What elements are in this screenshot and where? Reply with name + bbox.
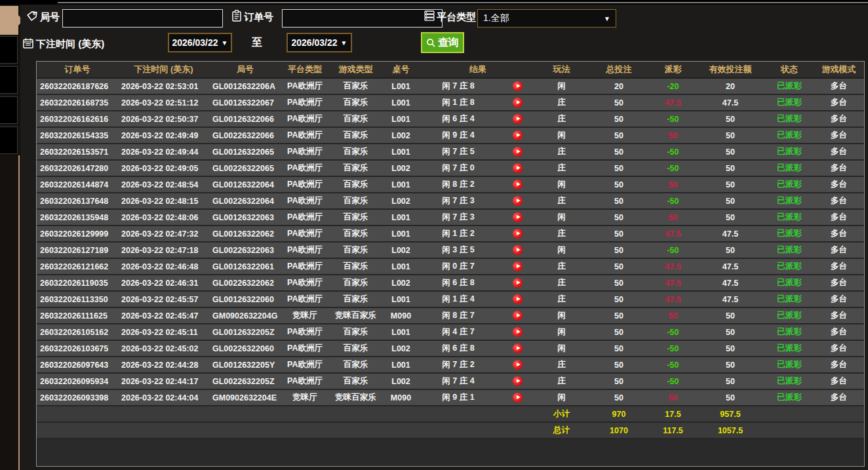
result-cell: 闲 7 庄 3 bbox=[419, 209, 498, 225]
order-cell: 260322026093398 bbox=[37, 389, 118, 406]
platform-cell: PA欧洲厅 bbox=[281, 340, 328, 357]
side-tab-active[interactable] bbox=[0, 6, 18, 35]
result-cell: 闲 0 庄 7 bbox=[419, 258, 498, 275]
replay-play-icon[interactable] bbox=[513, 327, 523, 337]
game-type-cell: 百家乐 bbox=[328, 111, 383, 127]
time-cell: 2026-03-22 02:44:04 bbox=[118, 389, 209, 406]
replay-play-icon[interactable] bbox=[513, 376, 523, 386]
play-type-cell: 庄 bbox=[537, 275, 586, 291]
replay-play-icon[interactable] bbox=[513, 294, 523, 304]
payout-cell: -20 bbox=[652, 78, 694, 94]
replay-play-icon[interactable] bbox=[513, 229, 523, 239]
status-cell: 已派彩 bbox=[766, 209, 812, 225]
payout-cell: 50 bbox=[652, 307, 694, 324]
replay-play-icon[interactable] bbox=[513, 393, 523, 402]
replay-play-icon[interactable] bbox=[513, 130, 523, 140]
query-button-label: 查询 bbox=[438, 36, 459, 50]
play-type-cell: 闲 bbox=[537, 242, 586, 258]
table-row: 2603220261448742026-03-22 02:48:54GL0012… bbox=[37, 176, 865, 193]
time-cell: 2026-03-22 02:44:28 bbox=[118, 357, 209, 373]
status-cell: 已派彩 bbox=[766, 324, 812, 340]
total-bet-cell: 50 bbox=[586, 242, 652, 258]
play-type-cell: 庄 bbox=[537, 94, 586, 111]
date-to-picker[interactable]: 2026/03/22 ▼ bbox=[286, 33, 352, 52]
query-button[interactable]: 查询 bbox=[421, 32, 464, 53]
replay-play-icon[interactable] bbox=[513, 196, 523, 206]
table-body: 2603220261876262026-03-22 02:53:01GL0012… bbox=[37, 78, 865, 406]
platform-cell: PA欧洲厅 bbox=[281, 94, 328, 111]
platform-cell: PA欧洲厅 bbox=[281, 127, 328, 144]
time-cell: 2026-03-22 02:44:17 bbox=[118, 373, 209, 389]
platform-cell: PA欧洲厅 bbox=[281, 209, 328, 225]
table-no-cell: L002 bbox=[383, 193, 419, 209]
replay-play-icon[interactable] bbox=[513, 262, 523, 271]
round-no-label: 局号 bbox=[40, 11, 60, 24]
round-cell: GM0902632204E bbox=[209, 389, 281, 406]
platform-cell: PA欧洲厅 bbox=[281, 78, 328, 94]
result-cell: 闲 7 庄 5 bbox=[419, 144, 498, 160]
col-platform: 平台类型 bbox=[281, 62, 328, 78]
result-cell: 闲 9 庄 1 bbox=[419, 389, 498, 406]
result-cell: 闲 6 庄 8 bbox=[419, 275, 498, 291]
tag-icon bbox=[26, 10, 38, 22]
replay-play-icon[interactable] bbox=[513, 163, 523, 173]
table-row: 2603220261133502026-03-22 02:45:57GL0012… bbox=[37, 291, 865, 307]
replay-play-icon[interactable] bbox=[513, 81, 523, 91]
mode-cell: 多台 bbox=[812, 127, 865, 144]
replay-play-icon[interactable] bbox=[513, 180, 523, 189]
replay-play-icon[interactable] bbox=[513, 212, 523, 222]
valid-bet-cell: 47.5 bbox=[694, 275, 766, 291]
total-total-bet: 1070 bbox=[586, 422, 652, 439]
table-row: 2603220260959342026-03-22 02:44:17GL0022… bbox=[37, 373, 865, 389]
table-row: 2603220261472802026-03-22 02:49:05GL0022… bbox=[37, 160, 865, 176]
side-tab[interactable] bbox=[0, 36, 18, 64]
col-status: 状态 bbox=[766, 62, 812, 78]
table-no-cell: L001 bbox=[383, 225, 419, 242]
game-type-cell: 百家乐 bbox=[328, 94, 383, 111]
play-cell bbox=[498, 373, 537, 389]
side-tab[interactable] bbox=[0, 66, 18, 94]
result-cell: 闲 8 庄 7 bbox=[419, 307, 498, 324]
mode-cell: 多台 bbox=[812, 176, 865, 193]
play-type-cell: 庄 bbox=[537, 258, 586, 275]
platform-type-select[interactable]: 1.全部 ▼ bbox=[477, 9, 616, 28]
replay-play-icon[interactable] bbox=[513, 245, 523, 255]
valid-bet-cell: 47.5 bbox=[694, 291, 766, 307]
search-icon bbox=[426, 38, 436, 48]
platform-cell: PA欧洲厅 bbox=[281, 373, 328, 389]
total-bet-cell: 50 bbox=[586, 291, 652, 307]
replay-play-icon[interactable] bbox=[513, 360, 523, 370]
platform-cell: PA欧洲厅 bbox=[281, 160, 328, 176]
col-payout: 派彩 bbox=[652, 62, 694, 78]
round-cell: GL0012632206A bbox=[209, 78, 281, 94]
status-cell: 已派彩 bbox=[766, 291, 812, 307]
date-from-picker[interactable]: 2026/03/22 ▼ bbox=[168, 33, 232, 52]
platform-cell: PA欧洲厅 bbox=[281, 324, 328, 340]
bet-records-table: 订单号 下注时间 (美东) 局号 平台类型 游戏类型 桌号 结果 玩法 总投注 … bbox=[36, 61, 865, 467]
replay-play-icon[interactable] bbox=[513, 114, 523, 124]
round-cell: GL00126322066 bbox=[209, 111, 281, 127]
payout-cell: -50 bbox=[652, 111, 694, 127]
platform-type-icon bbox=[424, 10, 435, 22]
time-cell: 2026-03-22 02:45:11 bbox=[118, 324, 209, 340]
play-type-cell: 闲 bbox=[537, 307, 586, 324]
replay-play-icon[interactable] bbox=[513, 98, 523, 108]
replay-play-icon[interactable] bbox=[513, 311, 523, 321]
subtotal-label: 小计 bbox=[537, 406, 586, 422]
clipboard-icon bbox=[231, 10, 243, 22]
result-cell: 闲 8 庄 2 bbox=[419, 176, 498, 193]
replay-play-icon[interactable] bbox=[513, 343, 523, 353]
replay-play-icon[interactable] bbox=[513, 278, 523, 288]
result-cell: 闲 7 庄 3 bbox=[419, 193, 498, 209]
replay-play-icon[interactable] bbox=[513, 147, 523, 157]
order-cell: 260322026187626 bbox=[37, 78, 118, 94]
play-cell bbox=[498, 324, 537, 340]
side-tab[interactable] bbox=[0, 96, 18, 124]
valid-bet-cell: 50 bbox=[694, 242, 766, 258]
valid-bet-cell: 50 bbox=[694, 357, 766, 373]
order-no-input[interactable] bbox=[282, 9, 443, 28]
side-tab[interactable] bbox=[0, 127, 18, 154]
round-cell: GL00226322060 bbox=[209, 340, 281, 357]
result-cell: 闲 3 庄 5 bbox=[419, 242, 498, 258]
round-no-input[interactable] bbox=[62, 9, 223, 28]
